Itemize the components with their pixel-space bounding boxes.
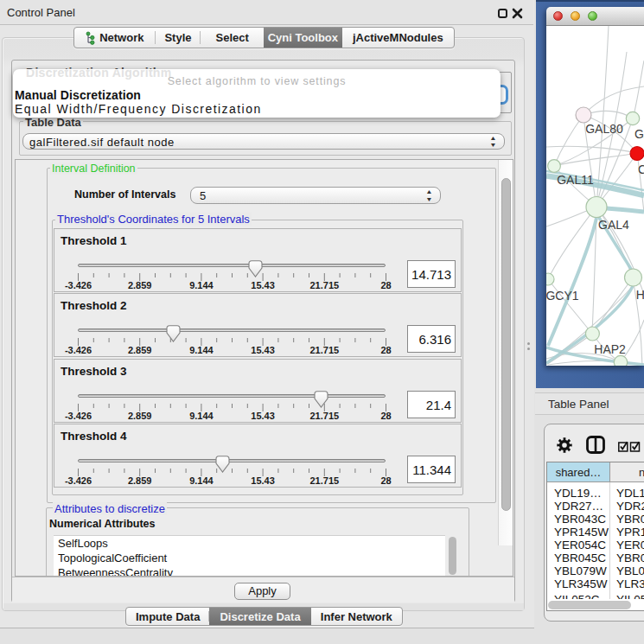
svg-text:GAL11: GAL11 bbox=[557, 173, 594, 187]
svg-text:GCY1: GCY1 bbox=[546, 289, 579, 303]
svg-text:HAP2: HAP2 bbox=[594, 342, 626, 356]
svg-text:CY: CY bbox=[638, 163, 644, 176]
svg-text:GAL80: GAL80 bbox=[585, 122, 623, 136]
svg-text:H: H bbox=[636, 288, 644, 302]
svg-text:GAL4: GAL4 bbox=[598, 218, 629, 232]
svg-text:GA: GA bbox=[634, 127, 644, 141]
